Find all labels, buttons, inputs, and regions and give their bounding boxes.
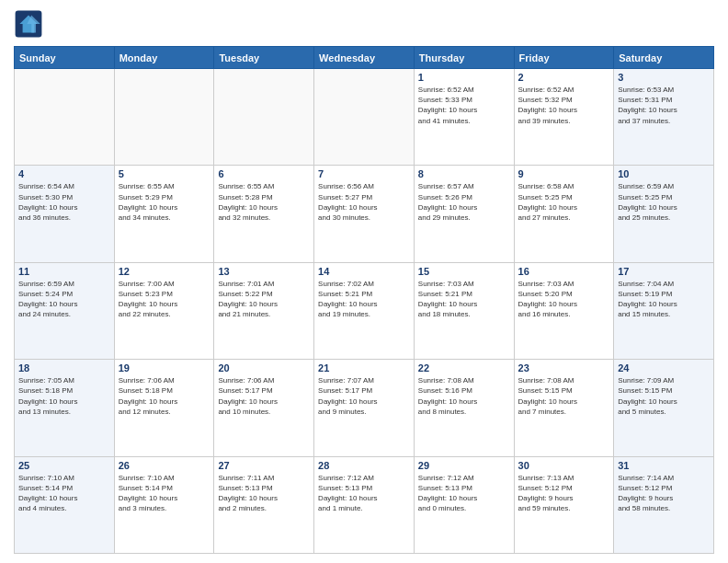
calendar-table: SundayMondayTuesdayWednesdayThursdayFrid… [14, 46, 714, 554]
day-number: 9 [518, 168, 610, 179]
calendar-week-4: 18Sunrise: 7:05 AMSunset: 5:18 PMDayligh… [15, 360, 714, 456]
calendar-cell: 2Sunrise: 6:52 AMSunset: 5:32 PMDaylight… [514, 69, 614, 166]
day-info: Sunrise: 7:09 AMSunset: 5:15 PMDaylight:… [618, 375, 710, 417]
day-number: 19 [119, 362, 210, 373]
calendar-cell: 13Sunrise: 7:01 AMSunset: 5:22 PMDayligh… [214, 262, 314, 359]
calendar-week-1: 1Sunrise: 6:52 AMSunset: 5:33 PMDaylight… [15, 69, 714, 166]
calendar-cell: 14Sunrise: 7:02 AMSunset: 5:21 PMDayligh… [314, 262, 415, 359]
day-number: 2 [518, 72, 610, 83]
day-number: 13 [218, 266, 310, 277]
calendar-cell: 1Sunrise: 6:52 AMSunset: 5:33 PMDaylight… [414, 69, 514, 166]
day-number: 25 [18, 460, 110, 471]
day-number: 21 [318, 362, 410, 373]
day-number: 15 [418, 266, 510, 277]
day-number: 14 [318, 266, 410, 277]
day-info: Sunrise: 7:01 AMSunset: 5:22 PMDaylight:… [218, 279, 310, 320]
calendar-header-saturday: Saturday [614, 47, 714, 69]
day-number: 16 [518, 266, 610, 277]
day-number: 4 [18, 168, 110, 179]
day-info: Sunrise: 6:54 AMSunset: 5:30 PMDaylight:… [18, 181, 110, 223]
day-number: 8 [418, 168, 510, 179]
day-info: Sunrise: 6:58 AMSunset: 5:25 PMDaylight:… [518, 181, 610, 223]
calendar-cell: 21Sunrise: 7:07 AMSunset: 5:17 PMDayligh… [314, 360, 415, 456]
page: SundayMondayTuesdayWednesdayThursdayFrid… [0, 0, 728, 563]
calendar-header-wednesday: Wednesday [314, 47, 415, 69]
calendar-cell: 31Sunrise: 7:14 AMSunset: 5:12 PMDayligh… [614, 456, 714, 553]
calendar-cell: 23Sunrise: 7:08 AMSunset: 5:15 PMDayligh… [514, 360, 614, 456]
day-info: Sunrise: 7:07 AMSunset: 5:17 PMDaylight:… [318, 375, 410, 417]
day-info: Sunrise: 7:12 AMSunset: 5:13 PMDaylight:… [318, 473, 410, 514]
day-number: 27 [218, 460, 310, 471]
day-info: Sunrise: 7:10 AMSunset: 5:14 PMDaylight:… [18, 473, 110, 514]
calendar-cell: 12Sunrise: 7:00 AMSunset: 5:23 PMDayligh… [114, 262, 214, 359]
calendar-cell: 9Sunrise: 6:58 AMSunset: 5:25 PMDaylight… [514, 166, 614, 262]
day-info: Sunrise: 7:13 AMSunset: 5:12 PMDaylight:… [518, 473, 610, 514]
calendar-cell: 18Sunrise: 7:05 AMSunset: 5:18 PMDayligh… [15, 360, 115, 456]
calendar-cell: 5Sunrise: 6:55 AMSunset: 5:29 PMDaylight… [114, 166, 214, 262]
day-info: Sunrise: 6:53 AMSunset: 5:31 PMDaylight:… [618, 85, 710, 126]
day-number: 1 [418, 72, 510, 83]
calendar-week-5: 25Sunrise: 7:10 AMSunset: 5:14 PMDayligh… [15, 456, 714, 553]
day-info: Sunrise: 7:00 AMSunset: 5:23 PMDaylight:… [119, 279, 210, 320]
calendar-cell [15, 69, 115, 166]
day-info: Sunrise: 7:05 AMSunset: 5:18 PMDaylight:… [18, 375, 110, 417]
day-number: 29 [418, 460, 510, 471]
calendar-cell: 15Sunrise: 7:03 AMSunset: 5:21 PMDayligh… [414, 262, 514, 359]
day-info: Sunrise: 6:52 AMSunset: 5:32 PMDaylight:… [518, 85, 610, 126]
day-info: Sunrise: 6:55 AMSunset: 5:28 PMDaylight:… [218, 181, 310, 223]
header [14, 9, 714, 39]
calendar-week-2: 4Sunrise: 6:54 AMSunset: 5:30 PMDaylight… [15, 166, 714, 262]
calendar-cell: 16Sunrise: 7:03 AMSunset: 5:20 PMDayligh… [514, 262, 614, 359]
day-info: Sunrise: 6:52 AMSunset: 5:33 PMDaylight:… [418, 85, 510, 126]
day-info: Sunrise: 7:04 AMSunset: 5:19 PMDaylight:… [618, 279, 710, 320]
day-number: 6 [218, 168, 310, 179]
calendar-cell [314, 69, 415, 166]
day-number: 30 [518, 460, 610, 471]
calendar-cell: 19Sunrise: 7:06 AMSunset: 5:18 PMDayligh… [114, 360, 214, 456]
calendar-header-monday: Monday [114, 47, 214, 69]
logo [14, 9, 47, 39]
day-info: Sunrise: 7:08 AMSunset: 5:16 PMDaylight:… [418, 375, 510, 417]
day-number: 28 [318, 460, 410, 471]
calendar-cell [114, 69, 214, 166]
calendar-header-tuesday: Tuesday [214, 47, 314, 69]
calendar-week-3: 11Sunrise: 6:59 AMSunset: 5:24 PMDayligh… [15, 262, 714, 359]
day-number: 26 [119, 460, 210, 471]
day-number: 12 [119, 266, 210, 277]
calendar-cell: 8Sunrise: 6:57 AMSunset: 5:26 PMDaylight… [414, 166, 514, 262]
calendar-header-friday: Friday [514, 47, 614, 69]
calendar-cell: 7Sunrise: 6:56 AMSunset: 5:27 PMDaylight… [314, 166, 415, 262]
day-number: 18 [18, 362, 110, 373]
day-number: 24 [618, 362, 710, 373]
calendar-cell: 26Sunrise: 7:10 AMSunset: 5:14 PMDayligh… [114, 456, 214, 553]
calendar-cell: 24Sunrise: 7:09 AMSunset: 5:15 PMDayligh… [614, 360, 714, 456]
calendar-cell: 20Sunrise: 7:06 AMSunset: 5:17 PMDayligh… [214, 360, 314, 456]
day-info: Sunrise: 7:12 AMSunset: 5:13 PMDaylight:… [418, 473, 510, 514]
day-info: Sunrise: 6:59 AMSunset: 5:24 PMDaylight:… [18, 279, 110, 320]
day-info: Sunrise: 7:03 AMSunset: 5:20 PMDaylight:… [518, 279, 610, 320]
logo-icon [14, 9, 43, 39]
day-info: Sunrise: 6:57 AMSunset: 5:26 PMDaylight:… [418, 181, 510, 223]
calendar-cell: 30Sunrise: 7:13 AMSunset: 5:12 PMDayligh… [514, 456, 614, 553]
calendar-cell: 25Sunrise: 7:10 AMSunset: 5:14 PMDayligh… [15, 456, 115, 553]
calendar-cell: 28Sunrise: 7:12 AMSunset: 5:13 PMDayligh… [314, 456, 415, 553]
calendar-cell: 17Sunrise: 7:04 AMSunset: 5:19 PMDayligh… [614, 262, 714, 359]
day-number: 10 [618, 168, 710, 179]
calendar-cell: 4Sunrise: 6:54 AMSunset: 5:30 PMDaylight… [15, 166, 115, 262]
day-info: Sunrise: 6:55 AMSunset: 5:29 PMDaylight:… [119, 181, 210, 223]
day-info: Sunrise: 7:06 AMSunset: 5:18 PMDaylight:… [119, 375, 210, 417]
calendar-header-row: SundayMondayTuesdayWednesdayThursdayFrid… [15, 47, 714, 69]
day-info: Sunrise: 7:06 AMSunset: 5:17 PMDaylight:… [218, 375, 310, 417]
day-number: 23 [518, 362, 610, 373]
day-info: Sunrise: 7:02 AMSunset: 5:21 PMDaylight:… [318, 279, 410, 320]
calendar-header-sunday: Sunday [15, 47, 115, 69]
day-number: 17 [618, 266, 710, 277]
day-info: Sunrise: 6:56 AMSunset: 5:27 PMDaylight:… [318, 181, 410, 223]
calendar-cell: 3Sunrise: 6:53 AMSunset: 5:31 PMDaylight… [614, 69, 714, 166]
day-number: 3 [618, 72, 710, 83]
calendar-cell [214, 69, 314, 166]
day-number: 5 [119, 168, 210, 179]
calendar-cell: 11Sunrise: 6:59 AMSunset: 5:24 PMDayligh… [15, 262, 115, 359]
day-number: 7 [318, 168, 410, 179]
calendar-cell: 6Sunrise: 6:55 AMSunset: 5:28 PMDaylight… [214, 166, 314, 262]
